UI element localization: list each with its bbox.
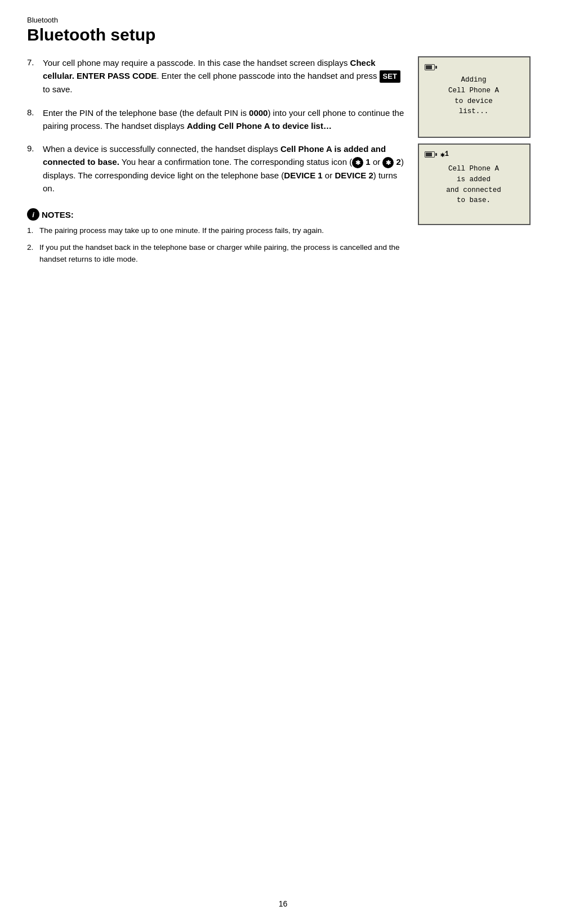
screen1-line4: list...	[425, 106, 523, 117]
section-label: Bluetooth	[27, 16, 539, 24]
note-2: 2. If you put the handset back in the te…	[27, 242, 407, 265]
step-9-num2: 2	[394, 157, 401, 167]
note-1: 1. The pairing process may take up to on…	[27, 225, 407, 236]
screen2-line1: Cell Phone A	[425, 164, 523, 174]
notes-icon: i	[27, 208, 39, 221]
step-9-bold3: DEVICE 2	[335, 171, 373, 180]
step-7-bold1: Check cellular. ENTER PASS CODE	[43, 58, 376, 80]
battery-icon-2	[425, 151, 435, 158]
screen2-bt-number: 1	[445, 150, 449, 158]
step-7-number: 7.	[27, 56, 43, 69]
screen1-text: Adding Cell Phone A to device list...	[425, 75, 523, 117]
text-column: 7. Your cell phone may require a passcod…	[27, 56, 418, 275]
step-9-text: When a device is successfully connected,…	[43, 142, 407, 195]
step-8-bold2: Adding Cell Phone A to device list…	[187, 121, 332, 131]
screen1-line1: Adding	[425, 75, 523, 86]
note-1-text: The pairing process may take up to one m…	[39, 225, 324, 236]
screen1-line3: to device	[425, 96, 523, 107]
screen2-bt-icon: ✱	[440, 150, 445, 159]
set-key: SET	[380, 70, 400, 83]
images-column: Adding Cell Phone A to device list... ✱ …	[418, 56, 539, 225]
step-8: 8. Enter the PIN of the telephone base (…	[27, 106, 407, 133]
device-screen-2: ✱ 1 Cell Phone A is added and connected …	[418, 143, 531, 225]
step-9-num1: 1	[363, 157, 371, 167]
screen2-top: ✱ 1	[425, 150, 523, 159]
step-list: 7. Your cell phone may require a passcod…	[27, 56, 407, 195]
page-number: 16	[279, 899, 288, 908]
note-2-num: 2.	[27, 242, 39, 253]
bt-icon-1: ✱	[352, 157, 363, 168]
step-9: 9. When a device is successfully connect…	[27, 142, 407, 195]
screen1-line2: Cell Phone A	[425, 86, 523, 96]
screen1-top	[425, 63, 523, 70]
notes-label: NOTES:	[42, 210, 74, 219]
step-8-bold1: 0000	[249, 108, 268, 118]
screen2-text: Cell Phone A is added and connected to b…	[425, 164, 523, 206]
step-9-bold2: DEVICE 1	[284, 171, 322, 180]
notes-header: i NOTES:	[27, 208, 407, 221]
battery-icon-1	[425, 64, 435, 70]
page-container: Bluetooth Bluetooth setup 7. Your cell p…	[0, 0, 566, 924]
step-7-text: Your cell phone may require a passcode. …	[43, 56, 407, 96]
main-content: 7. Your cell phone may require a passcod…	[27, 56, 539, 275]
note-2-text: If you put the handset back in the telep…	[39, 242, 407, 265]
page-title: Bluetooth setup	[27, 25, 539, 44]
device-screen-1: Adding Cell Phone A to device list...	[418, 56, 531, 138]
screen2-line4: to base.	[425, 195, 523, 206]
step-8-text: Enter the PIN of the telephone base (the…	[43, 106, 407, 133]
bt-icon-2: ✱	[382, 157, 394, 168]
screen2-line2: is added	[425, 174, 523, 185]
step-9-number: 9.	[27, 142, 43, 155]
note-1-num: 1.	[27, 225, 39, 236]
notes-section: i NOTES: 1. The pairing process may take…	[27, 208, 407, 265]
step-7: 7. Your cell phone may require a passcod…	[27, 56, 407, 96]
screen2-line3: and connected	[425, 185, 523, 196]
step-8-number: 8.	[27, 106, 43, 119]
notes-list: 1. The pairing process may take up to on…	[27, 225, 407, 265]
step-9-bold1: Cell Phone A is added and connected to b…	[43, 144, 386, 167]
